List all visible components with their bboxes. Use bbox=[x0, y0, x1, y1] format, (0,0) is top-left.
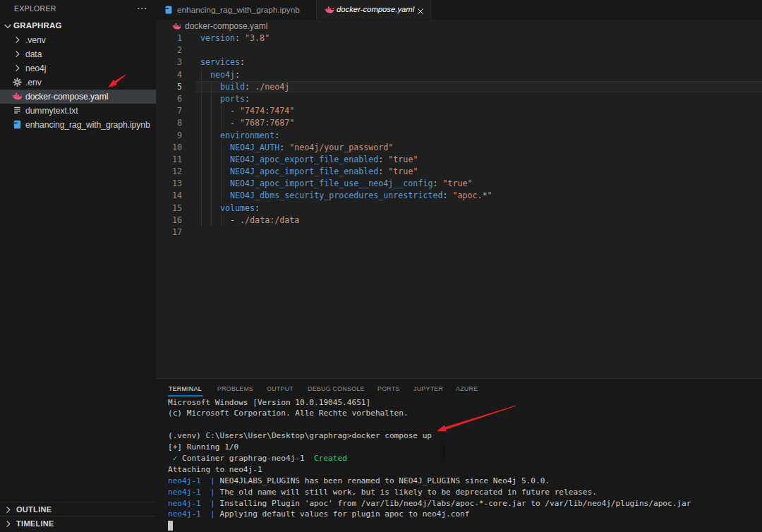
chevron-down-icon bbox=[2, 20, 13, 32]
line-number: 3 bbox=[156, 56, 182, 68]
panel-tab-jupyter[interactable]: JUPYTER bbox=[413, 380, 443, 398]
code-line: NEO4J_apoc_import_file_enabled: "true" bbox=[200, 166, 492, 178]
chevron-right-icon bbox=[3, 504, 13, 515]
docker-whale-icon bbox=[172, 21, 181, 30]
panel-tab-problems[interactable]: PROBLEMS bbox=[217, 380, 253, 398]
docker-whale-icon bbox=[325, 5, 334, 15]
indent-guide bbox=[211, 214, 212, 226]
code-line: - "7474:7474" bbox=[200, 105, 492, 117]
code-line bbox=[200, 226, 492, 238]
indent-guide bbox=[201, 166, 202, 178]
terminal-line: ✓ Container graphrag-neo4j-1 Created bbox=[168, 453, 761, 464]
indent-guide bbox=[201, 178, 202, 190]
indent-guide bbox=[201, 69, 202, 81]
indent-guide bbox=[211, 117, 212, 129]
code-line: volumes: bbox=[200, 202, 492, 214]
indent-guide bbox=[221, 154, 222, 166]
ibeam-mouse-cursor bbox=[443, 445, 445, 459]
indent-guide bbox=[201, 130, 202, 142]
tree-item-label: .env bbox=[25, 78, 42, 87]
tree-item-docker-compose-yaml[interactable]: docker-compose.yaml bbox=[0, 90, 156, 104]
line-number: 14 bbox=[156, 190, 182, 202]
indent-guide bbox=[221, 214, 222, 226]
tab-label: enhancing_rag_with_graph.ipynb bbox=[177, 5, 300, 15]
tree-item-label: enhancing_rag_with_graph.ipynb bbox=[25, 120, 150, 130]
indent-guide bbox=[211, 130, 212, 142]
tree-item-data[interactable]: data bbox=[0, 47, 156, 61]
section-label: GRAPHRAG bbox=[13, 21, 62, 30]
terminal-line: [+] Running 1/0 bbox=[168, 442, 761, 453]
indent-guide bbox=[221, 166, 222, 178]
indent-guide bbox=[211, 105, 212, 117]
panel-tab-azure[interactable]: AZURE bbox=[456, 380, 478, 398]
tree-item-dummytext-txt[interactable]: dummytext.txt bbox=[0, 104, 156, 118]
code-line: NEO4J_dbms_security_procedures_unrestric… bbox=[200, 190, 492, 202]
timeline-label: TIMELINE bbox=[16, 519, 54, 528]
tab-enhancing-rag-notebook[interactable]: enhancing_rag_with_graph.ipynb bbox=[156, 0, 317, 19]
terminal-line: (.venv) C:\Users\User\Desktop\graphrag>d… bbox=[168, 430, 761, 442]
ellipsis-icon[interactable]: ⋯ bbox=[134, 1, 150, 16]
terminal-line: neo4j-1 | The old name will still work, … bbox=[168, 487, 761, 498]
panel-tab-terminal[interactable]: TERMINAL bbox=[169, 380, 202, 398]
indent-guide bbox=[211, 166, 212, 178]
code-line: neo4j: bbox=[200, 69, 492, 81]
tree-item-neo4j[interactable]: neo4j bbox=[0, 61, 156, 75]
tree-item-enhancing-rag-with-graph-ipynb[interactable]: enhancing_rag_with_graph.ipynb bbox=[0, 118, 156, 132]
indent-guide bbox=[201, 214, 202, 226]
code-line: version: "3.8" bbox=[200, 32, 492, 44]
docker-whale-icon bbox=[12, 91, 23, 102]
outline-label: OUTLINE bbox=[16, 505, 52, 514]
panel-tab-debug-console[interactable]: DEBUG CONSOLE bbox=[308, 380, 365, 398]
code-line: environment: bbox=[200, 130, 492, 142]
indent-guide bbox=[201, 81, 202, 93]
line-number: 13 bbox=[156, 178, 182, 190]
indent-guide bbox=[201, 190, 202, 202]
terminal-output[interactable]: Microsoft Windows [Version 10.0.19045.46… bbox=[168, 397, 761, 521]
tree-item-label: .venv bbox=[25, 35, 46, 45]
tab-label: docker-compose.yaml bbox=[337, 5, 414, 13]
indent-guide bbox=[201, 117, 202, 129]
code-content: version: "3.8"services: neo4j: build: ./… bbox=[200, 32, 492, 238]
text-file-icon bbox=[12, 105, 23, 116]
panel-tab-ports[interactable]: PORTS bbox=[377, 380, 400, 398]
panel-tab-output[interactable]: OUTPUT bbox=[267, 380, 294, 398]
notebook-icon bbox=[164, 5, 174, 15]
line-number: 16 bbox=[156, 214, 182, 226]
editor-area: enhancing_rag_with_graph.ipynb docker-co… bbox=[156, 0, 762, 378]
tree-item--venv[interactable]: .venv bbox=[0, 33, 156, 47]
line-number: 8 bbox=[156, 117, 182, 129]
line-number: 6 bbox=[156, 93, 182, 105]
breadcrumb[interactable]: docker-compose.yaml bbox=[156, 20, 762, 32]
terminal-line: (c) Microsoft Corporation. Alle Rechte v… bbox=[168, 408, 761, 419]
line-number-gutter: 1234567891011121314151617 bbox=[156, 32, 182, 238]
line-number: 4 bbox=[156, 69, 182, 81]
explorer-title: EXPLORER bbox=[14, 4, 56, 13]
line-number: 5 bbox=[156, 81, 182, 93]
terminal-line: Microsoft Windows [Version 10.0.19045.46… bbox=[168, 397, 761, 409]
sidebar-explorer: EXPLORER ⋯ GRAPHRAG .venvdataneo4j.envdo… bbox=[0, 0, 156, 532]
code-line: build: ./neo4j bbox=[200, 81, 492, 93]
tab-docker-compose-yaml[interactable]: docker-compose.yaml bbox=[317, 0, 431, 19]
indent-guide bbox=[221, 178, 222, 190]
indent-guide bbox=[201, 105, 202, 117]
terminal-line bbox=[168, 419, 761, 430]
tree-item--env[interactable]: .env bbox=[0, 75, 156, 90]
close-icon[interactable] bbox=[416, 6, 425, 14]
chevron-right-icon bbox=[3, 519, 13, 529]
sidebar-section-graphrag[interactable]: GRAPHRAG bbox=[0, 19, 156, 33]
indent-guide bbox=[211, 202, 212, 214]
indent-guide bbox=[201, 202, 202, 214]
code-editor[interactable]: 1234567891011121314151617 version: "3.8"… bbox=[156, 32, 762, 378]
indent-guide bbox=[221, 105, 222, 117]
line-number: 15 bbox=[156, 202, 182, 214]
terminal-cursor bbox=[168, 521, 173, 531]
line-number: 17 bbox=[156, 226, 182, 238]
line-number: 11 bbox=[156, 154, 182, 166]
indent-guide bbox=[211, 93, 212, 105]
file-tree: .venvdataneo4j.envdocker-compose.yamldum… bbox=[0, 33, 156, 132]
sidebar-section-timeline[interactable]: TIMELINE bbox=[0, 516, 156, 532]
sidebar-section-outline[interactable]: OUTLINE bbox=[0, 502, 156, 516]
code-line: - ./data:/data bbox=[200, 214, 492, 226]
line-number: 2 bbox=[156, 44, 182, 56]
indent-guide bbox=[201, 142, 202, 154]
